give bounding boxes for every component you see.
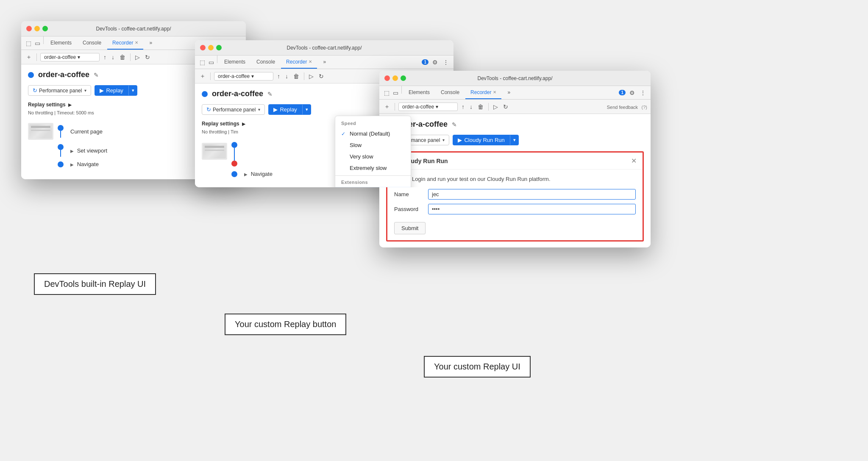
- recording-selector-1[interactable]: order-a-coffee ▾: [40, 53, 100, 61]
- cloudy-replay-main[interactable]: ▶ Cloudy Run Run: [453, 135, 509, 145]
- close-button[interactable]: [26, 26, 32, 31]
- dropdown-normal[interactable]: ✓ Normal (Default): [335, 128, 411, 139]
- perf-panel-button-2[interactable]: ↻ Performance panel ▾: [202, 104, 265, 115]
- minimize-button[interactable]: [208, 45, 214, 50]
- step-label-viewport[interactable]: ▶ Set viewport: [70, 147, 107, 154]
- maximize-button[interactable]: [42, 26, 48, 31]
- recording-selector-3[interactable]: order-a-coffee ▾: [398, 103, 458, 111]
- export-icon[interactable]: ↑: [102, 53, 108, 62]
- titlebar-2: DevTools - coffee-cart.netlify.app/: [195, 40, 453, 56]
- password-input[interactable]: [428, 204, 636, 214]
- form-row-password: Password: [394, 204, 636, 214]
- maximize-button[interactable]: [216, 45, 222, 50]
- settings-icon-3[interactable]: ⚙: [628, 88, 636, 97]
- edit-icon-1[interactable]: ✎: [94, 72, 99, 78]
- minimize-button[interactable]: [34, 26, 40, 31]
- settings-icon-2[interactable]: ⚙: [431, 58, 439, 67]
- speed-dropdown: Speed ✓ Normal (Default) Slow Very slow …: [335, 116, 411, 187]
- step-label-nav-2[interactable]: ▶ Navigate: [244, 171, 273, 177]
- tab-close-icon-2[interactable]: ✕: [309, 59, 312, 64]
- tl-node: [58, 125, 64, 131]
- replay-button-1[interactable]: ▶ Replay ▾: [95, 85, 137, 96]
- chat-badge-2: 1: [422, 59, 428, 65]
- tab-elements-2[interactable]: Elements: [219, 56, 250, 69]
- edit-icon-2[interactable]: ✎: [267, 91, 273, 97]
- more-icon-2[interactable]: ⋮: [442, 58, 450, 67]
- titlebar-1: DevTools - coffee-cart.netlify.app/: [21, 21, 246, 36]
- record-icon[interactable]: ↻: [144, 53, 151, 62]
- replay-button-2[interactable]: ▶ Replay ▾: [268, 104, 311, 115]
- tl-line: [60, 150, 61, 157]
- delete-icon[interactable]: 🗑: [118, 53, 127, 62]
- delete-icon-2[interactable]: 🗑: [292, 72, 300, 81]
- settings-label-1[interactable]: Replay settings ▶: [28, 102, 72, 108]
- dropdown-cloudy[interactable]: Cloudy Run Run: [335, 187, 411, 187]
- page-thumbnail: [28, 123, 53, 140]
- tab-console-2[interactable]: Console: [251, 56, 280, 69]
- perf-panel-button-1[interactable]: ↻ Performance panel ▾: [28, 85, 91, 96]
- replay-caret-2[interactable]: ▾: [302, 105, 311, 114]
- cloudy-replay-button[interactable]: ▶ Cloudy Run Run ▾: [453, 135, 518, 145]
- tab-more-2[interactable]: »: [318, 56, 331, 69]
- expand-icon: ▶: [70, 162, 74, 167]
- tab-recorder-2[interactable]: Recorder ✕: [281, 56, 317, 69]
- tabs-row-2: ⬚ ▭ Elements Console Recorder ✕ » 1 ⚙ ⋮: [195, 56, 453, 69]
- cloudy-replay-caret[interactable]: ▾: [510, 135, 519, 145]
- record-icon-2[interactable]: ↻: [317, 72, 325, 81]
- recording-selector-2[interactable]: order-a-coffee ▾: [214, 72, 273, 81]
- import-icon-2[interactable]: ↓: [284, 72, 289, 81]
- name-input[interactable]: [428, 189, 636, 200]
- send-feedback-3[interactable]: Send feedback: [607, 105, 638, 110]
- delete-icon-3[interactable]: 🗑: [476, 102, 485, 111]
- edit-icon-3[interactable]: ✎: [452, 121, 457, 128]
- selector-icon[interactable]: ⬚: [25, 36, 33, 50]
- close-btn-3[interactable]: [384, 75, 390, 81]
- help-icon-3[interactable]: (?): [642, 105, 647, 110]
- replay-main-2[interactable]: ▶ Replay: [268, 104, 302, 115]
- tab-elements-1[interactable]: Elements: [45, 36, 77, 50]
- add-icon-2[interactable]: ＋: [198, 71, 207, 81]
- divider: [335, 175, 411, 176]
- submit-button[interactable]: Submit: [394, 222, 426, 234]
- tab-close-3[interactable]: ✕: [493, 90, 496, 94]
- button-row-3: ↻ Performance panel ▾ ▶ Cloudy Run Run ▾: [386, 135, 644, 145]
- expand-icon: ▶: [70, 149, 74, 153]
- tab-elements-3[interactable]: Elements: [403, 86, 435, 99]
- import-icon[interactable]: ↓: [110, 53, 116, 62]
- tab-recorder-3[interactable]: Recorder ✕: [465, 86, 501, 99]
- tab-console-1[interactable]: Console: [78, 36, 106, 50]
- tab-recorder-1[interactable]: Recorder ✕: [107, 36, 143, 50]
- tab-close-icon[interactable]: ✕: [135, 40, 138, 45]
- tab-console-3[interactable]: Console: [436, 86, 465, 99]
- dropdown-ext-slow[interactable]: Extremely slow: [335, 162, 411, 174]
- step-label-current-page: Current page: [70, 128, 103, 135]
- max-btn-3[interactable]: [401, 75, 406, 81]
- close-button[interactable]: [200, 45, 206, 50]
- settings-label-2[interactable]: Replay settings ▶: [202, 121, 245, 127]
- add-icon-3[interactable]: ＋: [383, 102, 391, 112]
- step-icon[interactable]: ▷: [134, 53, 141, 62]
- tab-more-1[interactable]: »: [144, 36, 157, 50]
- more-icon-3[interactable]: ⋮: [639, 88, 647, 97]
- import-icon-3[interactable]: ↓: [468, 102, 474, 111]
- device-icon-2[interactable]: ▭: [207, 56, 215, 69]
- step-label-navigate[interactable]: ▶ Navigate: [70, 161, 99, 167]
- export-icon-2[interactable]: ↑: [276, 72, 281, 81]
- min-btn-3[interactable]: [392, 75, 398, 81]
- export-icon-3[interactable]: ↑: [460, 102, 466, 111]
- cloudy-body: Demo: Login and run your test on our Clo…: [387, 169, 643, 240]
- dropdown-very-slow[interactable]: Very slow: [335, 151, 411, 162]
- record-icon-3[interactable]: ↻: [502, 102, 509, 111]
- step-icon-3[interactable]: ▷: [492, 102, 499, 111]
- dropdown-slow[interactable]: Slow: [335, 139, 411, 151]
- tab-more-3[interactable]: »: [502, 86, 515, 99]
- device-icon-3[interactable]: ▭: [392, 86, 400, 99]
- replay-caret-1[interactable]: ▾: [128, 86, 137, 95]
- selector-icon-2[interactable]: ⬚: [198, 56, 206, 69]
- add-recording-icon[interactable]: ＋: [25, 52, 33, 62]
- selector-icon-3[interactable]: ⬚: [383, 86, 391, 99]
- step-icon-2[interactable]: ▷: [308, 72, 315, 81]
- cloudy-close-button[interactable]: ✕: [631, 157, 637, 165]
- replay-main-1[interactable]: ▶ Replay: [95, 85, 128, 96]
- device-icon[interactable]: ▭: [33, 36, 42, 50]
